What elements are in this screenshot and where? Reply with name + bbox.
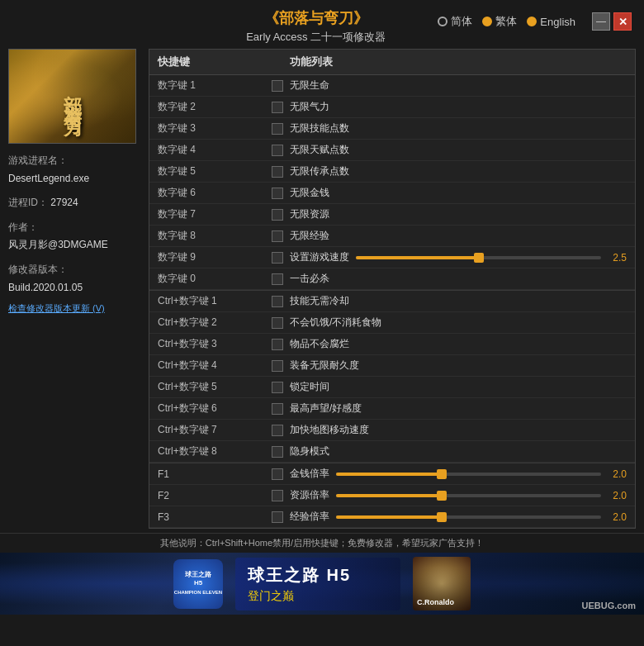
- table-row: 数字键 5无限传承点数: [149, 161, 635, 183]
- feature-cell: 金钱倍率2.0: [290, 467, 627, 481]
- pid-info: 进程ID： 27924: [8, 194, 140, 212]
- process-label: 游戏进程名：: [8, 154, 68, 166]
- feature-cell: 无限气力: [290, 100, 627, 114]
- feature-cell: 锁定时间: [290, 380, 627, 394]
- hotkey-cell: Ctrl+数字键 8: [158, 444, 265, 458]
- hotkey-cell: F2: [158, 490, 265, 501]
- checkbox[interactable]: [272, 145, 283, 156]
- hotkey-cell: 数字键 0: [158, 272, 265, 286]
- hotkey-cell: Ctrl+数字键 1: [158, 294, 265, 308]
- slider-track[interactable]: [336, 473, 601, 476]
- checkbox[interactable]: [272, 339, 283, 350]
- table-row: Ctrl+数字键 2不会饥饿/不消耗食物: [149, 312, 635, 334]
- checkbox[interactable]: [272, 102, 283, 113]
- slider-fill: [336, 473, 442, 476]
- hotkey-cell: Ctrl+数字键 7: [158, 423, 265, 437]
- radio-simplified: [438, 17, 447, 26]
- ad-title: 球王之路 H5: [248, 564, 388, 587]
- hotkey-cell: 数字键 5: [158, 164, 265, 178]
- hotkey-cell: Ctrl+数字键 5: [158, 380, 265, 394]
- lang-traditional[interactable]: 繁体: [482, 14, 517, 29]
- checkbox[interactable]: [272, 252, 283, 264]
- slider-track[interactable]: [336, 515, 601, 519]
- checkbox[interactable]: [272, 403, 283, 415]
- table-row: F3经验倍率2.0: [149, 506, 635, 528]
- checkbox[interactable]: [272, 123, 283, 135]
- check-cell: [265, 360, 290, 372]
- hotkey-cell: 数字键 3: [158, 121, 265, 135]
- checkbox[interactable]: [272, 296, 283, 307]
- right-panel: 快捷键 功能列表 数字键 1无限生命数字键 2无限气力数字键 3无限技能点数数字…: [149, 49, 636, 529]
- checkbox[interactable]: [272, 230, 283, 242]
- feature-label: 金钱倍率: [290, 467, 329, 481]
- table-row: Ctrl+数字键 8隐身模式: [149, 441, 635, 463]
- checkbox[interactable]: [272, 382, 283, 393]
- table-row: Ctrl+数字键 5锁定时间: [149, 377, 635, 398]
- slider-thumb[interactable]: [474, 253, 484, 263]
- lang-english[interactable]: English: [527, 16, 575, 28]
- feature-cell: 隐身模式: [290, 444, 627, 458]
- hotkey-cell: 数字键 9: [158, 250, 265, 264]
- ad-banner-content: 球王之路H5CHAMPION ELEVEN 球王之路 H5 登门之巅 C.Ron…: [173, 557, 471, 610]
- checkbox[interactable]: [272, 273, 283, 285]
- hotkey-cell: F3: [158, 511, 265, 523]
- check-cell: [265, 511, 290, 523]
- feature-cell: 一击必杀: [290, 272, 627, 286]
- ad-banner[interactable]: 球王之路H5CHAMPION ELEVEN 球王之路 H5 登门之巅 C.Ron…: [0, 553, 644, 615]
- check-cell: [265, 252, 290, 264]
- title-main: 《部落与弯刀》: [194, 8, 438, 28]
- checkbox[interactable]: [272, 80, 283, 92]
- feature-cell: 无限金钱: [290, 186, 627, 200]
- checkbox[interactable]: [272, 490, 283, 501]
- check-cell: [265, 403, 290, 415]
- slider-thumb[interactable]: [437, 469, 447, 479]
- version-label: 修改器版本：: [8, 264, 68, 275]
- check-cell: [265, 188, 290, 199]
- feature-cell: 技能无需冷却: [290, 294, 627, 308]
- feature-label: 设置游戏速度: [290, 250, 349, 264]
- slider-thumb[interactable]: [437, 512, 447, 522]
- table-body: 数字键 1无限生命数字键 2无限气力数字键 3无限技能点数数字键 4无限天赋点数…: [149, 75, 635, 528]
- slider-track[interactable]: [336, 494, 601, 497]
- close-button[interactable]: ✕: [613, 12, 632, 31]
- title-sub: Early Access 二十一项修改器: [194, 30, 438, 45]
- lang-simplified[interactable]: 简体: [438, 14, 472, 29]
- slider-fill: [336, 494, 442, 497]
- checkbox[interactable]: [272, 425, 283, 436]
- left-panel: 部落与弯刀 游戏进程名： DesertLegend.exe 进程ID： 2792…: [8, 49, 140, 529]
- check-cell: [265, 382, 290, 393]
- slider-fill: [336, 515, 442, 519]
- lang-traditional-label: 繁体: [495, 14, 517, 29]
- table-row: 数字键 0一击必杀: [149, 268, 635, 290]
- table-row: 数字键 4无限天赋点数: [149, 140, 635, 161]
- hotkey-cell: Ctrl+数字键 2: [158, 316, 265, 330]
- check-cell: [265, 446, 290, 458]
- checkbox[interactable]: [272, 446, 283, 458]
- feature-label: 资源倍率: [290, 488, 329, 502]
- version-info: 修改器版本： Build.2020.01.05: [8, 261, 140, 297]
- slider-thumb[interactable]: [437, 491, 447, 501]
- checkbox[interactable]: [272, 317, 283, 329]
- check-cell: [265, 317, 290, 329]
- checkbox[interactable]: [272, 360, 283, 372]
- process-info: 游戏进程名： DesertLegend.exe: [8, 152, 140, 188]
- table-row: Ctrl+数字键 1技能无需冷却: [149, 291, 635, 312]
- feature-cell: 无限资源: [290, 207, 627, 221]
- main-content: 部落与弯刀 游戏进程名： DesertLegend.exe 进程ID： 2792…: [0, 49, 644, 533]
- check-cell: [265, 490, 290, 501]
- update-link[interactable]: 检查修改器版本更新 (V): [8, 303, 105, 313]
- checkbox[interactable]: [272, 188, 283, 199]
- game-image-text: 部落与弯刀: [60, 80, 85, 113]
- checkbox[interactable]: [272, 468, 283, 480]
- table-row: Ctrl+数字键 6最高声望/好感度: [149, 398, 635, 420]
- checkbox[interactable]: [272, 209, 283, 221]
- minimize-button[interactable]: —: [592, 12, 610, 31]
- checkbox[interactable]: [272, 166, 283, 178]
- pid-value: 27924: [50, 197, 78, 208]
- table-row: 数字键 9设置游戏速度2.5: [149, 247, 635, 268]
- check-cell: [265, 230, 290, 242]
- feature-cell: 无限生命: [290, 78, 627, 93]
- game-image: 部落与弯刀: [8, 49, 136, 144]
- checkbox[interactable]: [272, 511, 283, 523]
- slider-track[interactable]: [356, 256, 601, 259]
